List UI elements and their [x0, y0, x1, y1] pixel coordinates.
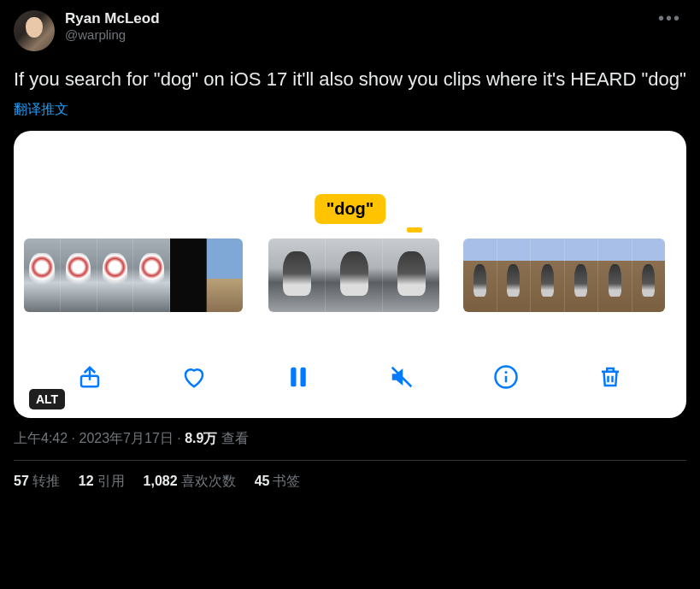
timeline-frame [170, 239, 207, 312]
share-icon[interactable] [75, 362, 104, 392]
likes-stat[interactable]: 1,082喜欢次数 [144, 473, 236, 491]
svg-rect-2 [300, 367, 305, 386]
media-card[interactable]: "dog" [14, 131, 686, 418]
timeline-frame [463, 239, 497, 312]
bookmarks-stat[interactable]: 45书签 [255, 473, 301, 491]
tweet-container: Ryan McLeod @warpling ••• If you search … [0, 0, 700, 498]
alt-badge[interactable]: ALT [29, 389, 65, 409]
mute-icon[interactable] [387, 362, 416, 392]
timeline-frame [565, 239, 599, 312]
timeline-frame [326, 239, 383, 312]
pause-icon[interactable] [284, 362, 313, 392]
clip-cluster[interactable] [268, 239, 439, 312]
quotes-stat[interactable]: 12引用 [79, 473, 125, 491]
display-name: Ryan McLeod [65, 10, 160, 27]
author-names[interactable]: Ryan McLeod @warpling [65, 10, 160, 42]
clip-cluster[interactable] [463, 239, 665, 312]
trash-icon[interactable] [596, 362, 625, 392]
retweets-stat[interactable]: 57转推 [14, 473, 60, 491]
clip-cluster[interactable] [24, 239, 243, 312]
timeline-frame [24, 239, 61, 312]
timeline-frame [531, 239, 565, 312]
info-icon[interactable] [491, 362, 521, 392]
timestamp[interactable]: 上午4:42 [14, 431, 68, 445]
media-controls [14, 360, 686, 394]
timeline-frame [207, 239, 243, 312]
tweet-header: Ryan McLeod @warpling ••• [14, 10, 686, 51]
svg-rect-1 [291, 367, 296, 386]
timeline-frame [268, 239, 326, 312]
handle: @warpling [65, 27, 160, 42]
more-icon[interactable]: ••• [653, 10, 686, 26]
tweet-text: If you search for "dog" on iOS 17 it'll … [14, 67, 686, 92]
timeline-frame [497, 239, 532, 312]
avatar[interactable] [14, 10, 55, 51]
date[interactable]: 2023年7月17日 [79, 431, 173, 445]
tweet-meta: 上午4:42 · 2023年7月17日 · 8.9万 查看 [14, 430, 686, 448]
svg-point-6 [505, 371, 508, 374]
views-label: 查看 [217, 431, 248, 445]
translate-link[interactable]: 翻译推文 [14, 101, 686, 119]
heart-icon[interactable] [179, 362, 209, 392]
caption-tooltip: "dog" [315, 194, 386, 224]
caption-marker [407, 227, 422, 233]
views-count: 8.9万 [185, 431, 217, 445]
timeline-frame [97, 239, 134, 312]
timeline-frame [598, 239, 632, 312]
timeline-frame [61, 239, 97, 312]
timeline-frame [133, 239, 170, 312]
timeline-frame [632, 239, 666, 312]
timeline-frame [383, 239, 439, 312]
tweet-stats: 57转推 12引用 1,082喜欢次数 45书签 [14, 461, 686, 491]
video-timeline[interactable] [14, 239, 686, 312]
